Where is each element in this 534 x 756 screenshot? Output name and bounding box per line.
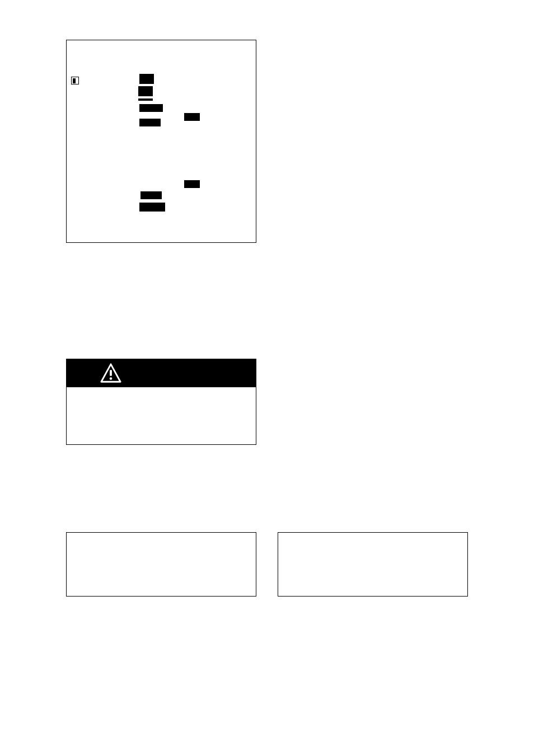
bar-lower-gap [140,199,162,201]
svg-rect-0 [110,370,112,375]
warning-body [67,387,256,444]
warning-header [67,359,256,387]
bar-upper-3 [138,98,153,101]
bar-lower-2 [139,203,165,212]
tip-box-left [66,532,256,597]
callout-number-mark [73,78,76,83]
tip-box-right [278,532,468,597]
bar-upper-right [184,113,200,121]
bar-lower-right [184,180,200,188]
svg-point-1 [110,377,113,380]
bar-upper-4 [139,104,163,112]
warning-triangle-icon [100,363,121,384]
bar-lower-1 [140,191,162,199]
bar-upper-1 [139,74,154,84]
bar-upper-5 [139,119,161,126]
warning-box [66,359,256,445]
bar-upper-2 [138,86,153,96]
figure-box [66,40,256,243]
